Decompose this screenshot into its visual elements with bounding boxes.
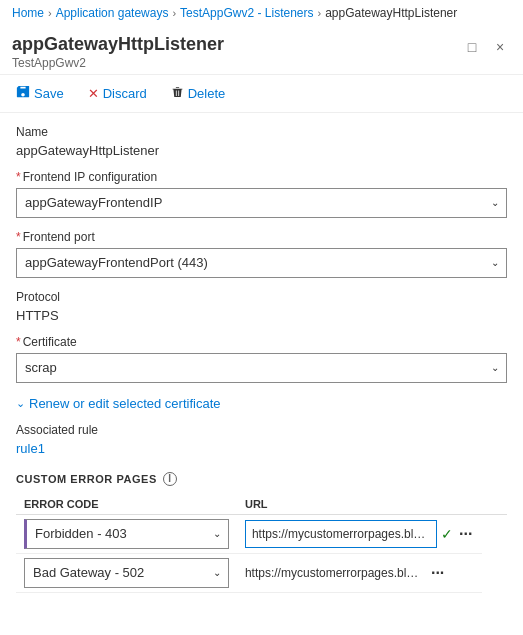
check-icon-1: ✓ — [441, 526, 453, 542]
breadcrumb-current: appGatewayHttpListener — [325, 6, 457, 20]
panel-header: appGatewayHttpListener TestAppGwv2 □ × — [0, 26, 523, 75]
frontend-port-field-group: * Frontend port appGatewayFrontendPort (… — [16, 230, 507, 278]
protocol-label: Protocol — [16, 290, 507, 304]
close-button[interactable]: × — [489, 36, 511, 58]
associated-rule-link[interactable]: rule1 — [16, 441, 45, 456]
save-icon — [16, 85, 30, 102]
renew-chevron-icon: ⌄ — [16, 397, 25, 410]
form-content: Name appGatewayHttpListener * Frontend I… — [0, 113, 523, 617]
certificate-field-group: * Certificate scrap ⌄ — [16, 335, 507, 383]
associated-rule-group: Associated rule rule1 — [16, 423, 507, 456]
renew-link-group: ⌄ Renew or edit selected certificate — [16, 395, 507, 411]
breadcrumb: Home › Application gateways › TestAppGwv… — [0, 0, 523, 26]
error-code-cell-2: Bad Gateway - 502 ⌄ — [16, 553, 237, 592]
required-star-port: * — [16, 230, 21, 244]
name-label: Name — [16, 125, 507, 139]
breadcrumb-listeners[interactable]: TestAppGwv2 - Listeners — [180, 6, 313, 20]
protocol-field-group: Protocol HTTPS — [16, 290, 507, 323]
custom-error-table: ERROR CODE URL Forbidden - 403 ⌄ — [16, 494, 507, 593]
panel-title: appGatewayHttpListener — [12, 34, 224, 56]
panel-icons: □ × — [461, 36, 511, 58]
panel-title-block: appGatewayHttpListener TestAppGwv2 — [12, 34, 224, 70]
discard-label: Discard — [103, 86, 147, 101]
discard-button[interactable]: ✕ Discard — [84, 84, 151, 103]
delete-icon — [171, 85, 184, 102]
associated-rule-label: Associated rule — [16, 423, 507, 437]
table-row: Bad Gateway - 502 ⌄ https://mycustomerro… — [16, 553, 507, 592]
url-input-1[interactable] — [245, 520, 437, 548]
renew-certificate-link[interactable]: ⌄ Renew or edit selected certificate — [16, 396, 220, 411]
delete-button[interactable]: Delete — [167, 83, 230, 104]
table-header-row: ERROR CODE URL — [16, 494, 507, 515]
url-text-2: https://mycustomerrorpages.blob.core.win… — [245, 566, 425, 580]
protocol-value: HTTPS — [16, 308, 507, 323]
frontend-port-select-wrapper: appGatewayFrontendPort (443) ⌄ — [16, 248, 507, 278]
required-star-cert: * — [16, 335, 21, 349]
restore-button[interactable]: □ — [461, 36, 483, 58]
frontend-port-label: * Frontend port — [16, 230, 507, 244]
discard-icon: ✕ — [88, 86, 99, 101]
frontend-ip-label: * Frontend IP configuration — [16, 170, 507, 184]
section-title: CUSTOM ERROR PAGES i — [16, 472, 507, 486]
more-button-1[interactable]: ··· — [457, 525, 474, 543]
error-code-select-2[interactable]: Bad Gateway - 502 — [24, 558, 229, 588]
frontend-ip-field-group: * Frontend IP configuration appGatewayFr… — [16, 170, 507, 218]
breadcrumb-app-gateways[interactable]: Application gateways — [56, 6, 169, 20]
breadcrumb-home[interactable]: Home — [12, 6, 44, 20]
error-code-select-1[interactable]: Forbidden - 403 — [24, 519, 229, 549]
error-code-cell-1: Forbidden - 403 ⌄ — [16, 514, 237, 553]
frontend-ip-select[interactable]: appGatewayFrontendIP — [16, 188, 507, 218]
panel-subtitle: TestAppGwv2 — [12, 56, 224, 70]
delete-label: Delete — [188, 86, 226, 101]
certificate-label: * Certificate — [16, 335, 507, 349]
name-field-group: Name appGatewayHttpListener — [16, 125, 507, 158]
required-star: * — [16, 170, 21, 184]
more-button-2[interactable]: ··· — [429, 564, 446, 582]
url-cell-2: https://mycustomerrorpages.blob.core.win… — [237, 553, 483, 592]
frontend-ip-select-wrapper: appGatewayFrontendIP ⌄ — [16, 188, 507, 218]
url-cell-1: ✓ ··· — [237, 514, 483, 553]
custom-error-section: CUSTOM ERROR PAGES i ERROR CODE URL Forb — [16, 472, 507, 593]
info-icon[interactable]: i — [163, 472, 177, 486]
certificate-select[interactable]: scrap — [16, 353, 507, 383]
col-header-action — [482, 494, 507, 515]
col-header-error-code: ERROR CODE — [16, 494, 237, 515]
save-button[interactable]: Save — [12, 83, 68, 104]
save-label: Save — [34, 86, 64, 101]
frontend-port-select[interactable]: appGatewayFrontendPort (443) — [16, 248, 507, 278]
toolbar: Save ✕ Discard Delete — [0, 75, 523, 113]
table-row: Forbidden - 403 ⌄ ✓ ··· — [16, 514, 507, 553]
certificate-select-wrapper: scrap ⌄ — [16, 353, 507, 383]
name-value: appGatewayHttpListener — [16, 143, 507, 158]
col-header-url: URL — [237, 494, 483, 515]
